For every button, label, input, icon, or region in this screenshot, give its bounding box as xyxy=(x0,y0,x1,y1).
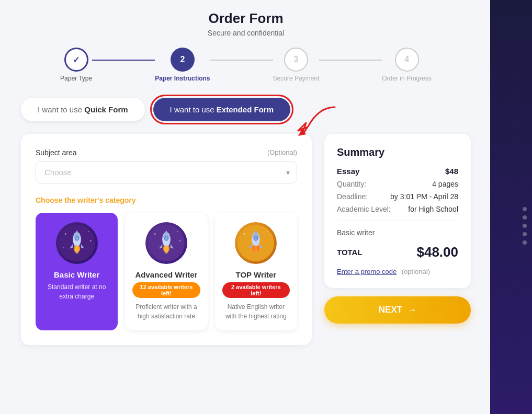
svg-point-17 xyxy=(177,231,178,232)
step-1-circle: ✓ xyxy=(64,48,88,72)
academic-label: Academic Level: xyxy=(337,205,391,213)
dot-5 xyxy=(523,240,527,245)
step-2-circle: 2 xyxy=(171,48,195,72)
writer-category-label: Choose the writer's category xyxy=(36,196,297,204)
page-subtitle: Secure and confidential xyxy=(21,29,471,37)
step-line-3 xyxy=(319,60,382,61)
promo-optional: (optional) xyxy=(402,268,430,275)
writer-cards: Basic Writer Standard writer at no extra… xyxy=(36,213,297,330)
page-title: Order Form xyxy=(21,10,471,27)
svg-point-34 xyxy=(255,237,257,240)
step-4-circle: 4 xyxy=(395,48,419,72)
summary-writer-type: Basic writer xyxy=(337,228,458,237)
form-toggle-area: I want to use Quick Form I want to use E… xyxy=(21,98,471,345)
dark-panel xyxy=(490,0,532,414)
subject-select[interactable]: Choose xyxy=(36,161,297,183)
svg-point-2 xyxy=(64,233,66,235)
svg-point-22 xyxy=(165,237,167,240)
dot-3 xyxy=(523,224,527,228)
svg-point-9 xyxy=(75,237,78,240)
top-writer-name: TOP Writer xyxy=(222,270,290,279)
svg-point-27 xyxy=(164,245,169,254)
svg-point-3 xyxy=(88,231,89,232)
quick-form-button[interactable]: I want to use Quick Form xyxy=(21,98,145,121)
academic-value: for High School xyxy=(408,205,458,213)
summary-academic-row: Academic Level: for High School xyxy=(337,205,458,213)
step-3-label: Secure Payment xyxy=(273,75,320,82)
deadline-label: Deadline: xyxy=(337,192,368,201)
step-2: 2 Paper Instructions xyxy=(155,48,210,82)
summary-card: Summary Essay $48 Quantity: 4 pages Dead… xyxy=(324,134,471,288)
summary-total-row: TOTAL $48.00 xyxy=(337,244,458,260)
step-line-2 xyxy=(210,60,273,61)
svg-point-16 xyxy=(154,233,156,235)
step-1-label: Paper Type xyxy=(60,75,92,82)
svg-point-30 xyxy=(267,231,268,232)
summary-divider xyxy=(337,221,458,221)
svg-point-18 xyxy=(179,240,181,242)
progress-bar: ✓ Paper Type 2 Paper Instructions 3 Secu… xyxy=(21,48,471,82)
svg-point-29 xyxy=(244,233,245,235)
dark-panel-dots xyxy=(523,207,527,245)
advanced-writer-icon xyxy=(145,222,187,264)
basic-writer-name: Basic Writer xyxy=(43,270,110,279)
total-value: $48.00 xyxy=(416,244,458,260)
promo-row: Enter a promo code (optional) xyxy=(337,268,458,275)
summary-essay-row: Essay $48 xyxy=(337,167,458,176)
subject-area-label: Subject area xyxy=(36,148,77,157)
next-label: NEXT xyxy=(379,305,402,315)
form-toggle: I want to use Quick Form I want to use E… xyxy=(21,98,471,121)
svg-point-4 xyxy=(90,240,92,242)
summary-quantity-row: Quantity: 4 pages xyxy=(337,180,458,188)
promo-link[interactable]: Enter a promo code xyxy=(337,268,397,275)
red-arrow xyxy=(293,102,340,141)
page-wrapper: Order Form Secure and confidential ✓ Pap… xyxy=(0,0,532,414)
svg-point-5 xyxy=(63,247,64,248)
basic-writer-icon xyxy=(56,222,98,264)
step-1: ✓ Paper Type xyxy=(60,48,92,82)
quantity-value: 4 pages xyxy=(432,180,458,188)
step-2-label: Paper Instructions xyxy=(155,75,210,82)
top-writer-badge: 2 available writers left! xyxy=(222,282,290,298)
dot-4 xyxy=(523,232,527,236)
subject-label-row: Subject area (Optional) xyxy=(36,148,297,157)
advanced-writer-name: Advanced Writer xyxy=(132,270,200,279)
extended-form-bold: Extended Form xyxy=(217,105,274,114)
content-row: Subject area (Optional) Choose ▾ Choose … xyxy=(21,134,471,345)
svg-point-14 xyxy=(74,245,79,254)
advanced-writer-badge: 12 available writers left! xyxy=(132,282,200,298)
writer-card-advanced[interactable]: Advanced Writer 12 available writers lef… xyxy=(125,213,207,330)
main-content: Order Form Secure and confidential ✓ Pap… xyxy=(0,0,492,355)
step-3: 3 Secure Payment xyxy=(273,48,320,82)
form-section: Subject area (Optional) Choose ▾ Choose … xyxy=(21,134,312,345)
quick-form-bold: Quick Form xyxy=(84,105,128,114)
top-writer-icon xyxy=(235,222,277,264)
header: Order Form Secure and confidential xyxy=(21,10,471,37)
deadline-value: by 3:01 PM - April 28 xyxy=(390,192,458,201)
top-writer-desc: Native English writer with the highest r… xyxy=(222,302,290,321)
step-line-1 xyxy=(92,60,155,61)
dot-1 xyxy=(523,207,527,211)
basic-writer-desc: Standard writer at no extra charge xyxy=(43,282,110,301)
writer-card-top[interactable]: TOP Writer 2 available writers left! Nat… xyxy=(215,213,297,330)
step-4: 4 Order in Progress xyxy=(382,48,432,82)
extended-form-button[interactable]: I want to use Extended Form xyxy=(153,98,290,121)
total-label: TOTAL xyxy=(337,248,363,257)
summary-panel: Summary Essay $48 Quantity: 4 pages Dead… xyxy=(324,134,471,345)
dot-2 xyxy=(523,215,527,220)
svg-point-39 xyxy=(254,245,258,254)
quantity-label: Quantity: xyxy=(337,180,366,188)
step-4-label: Order in Progress xyxy=(382,75,432,82)
next-arrow-icon: → xyxy=(408,305,416,315)
summary-deadline-row: Deadline: by 3:01 PM - April 28 xyxy=(337,192,458,201)
next-button[interactable]: NEXT → xyxy=(324,296,471,324)
form-card: Subject area (Optional) Choose ▾ Choose … xyxy=(21,134,312,345)
essay-price: $48 xyxy=(445,167,458,176)
essay-label: Essay xyxy=(337,167,359,176)
writer-card-basic[interactable]: Basic Writer Standard writer at no extra… xyxy=(36,213,118,330)
step-3-circle: 3 xyxy=(284,48,308,72)
advanced-writer-desc: Proficient writer with a high satisfacti… xyxy=(132,302,200,321)
optional-label: (Optional) xyxy=(267,148,297,157)
subject-select-wrapper[interactable]: Choose ▾ xyxy=(36,161,297,183)
summary-title: Summary xyxy=(337,146,458,158)
